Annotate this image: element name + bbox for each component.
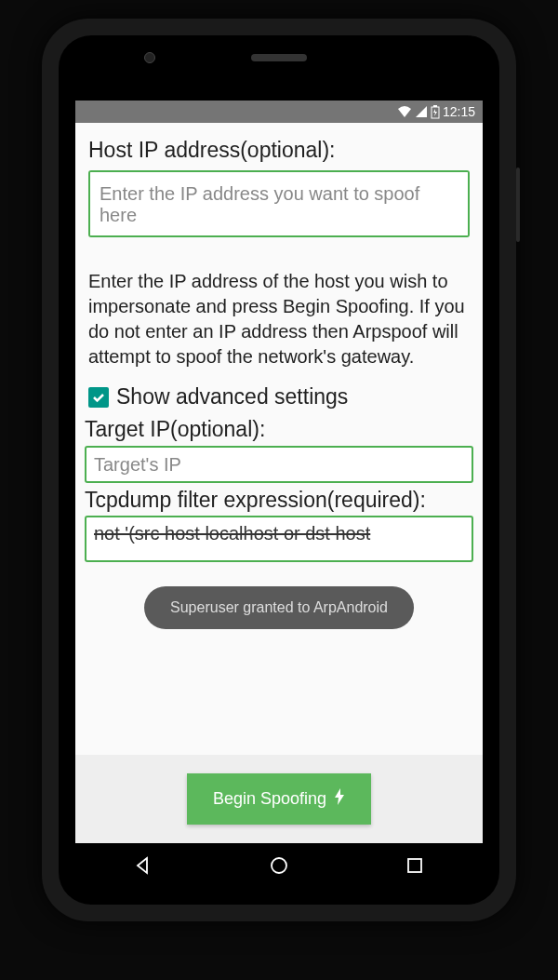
- svg-rect-3: [408, 859, 421, 872]
- host-ip-input[interactable]: [88, 170, 470, 237]
- status-bar: 12:15: [75, 101, 483, 123]
- battery-charging-icon: [431, 105, 440, 119]
- power-button: [516, 168, 520, 242]
- phone-speaker: [251, 54, 307, 61]
- phone-inner: 12:15 Host IP address(optional): Enter t…: [59, 35, 499, 905]
- bottom-action-area: Begin Spoofing: [75, 755, 483, 843]
- cellular-icon: [415, 105, 428, 118]
- bolt-icon: [334, 788, 345, 810]
- back-button[interactable]: [106, 847, 180, 884]
- host-ip-label: Host IP address(optional):: [88, 138, 470, 163]
- target-ip-input[interactable]: [85, 446, 473, 483]
- status-icons: 12:15: [397, 104, 475, 119]
- svg-point-2: [272, 858, 286, 873]
- app-content: Host IP address(optional): Enter the IP …: [75, 123, 483, 755]
- status-time: 12:15: [443, 104, 475, 119]
- helper-text: Enter the IP address of the host you wis…: [88, 269, 470, 369]
- advanced-settings-checkbox[interactable]: [88, 387, 109, 408]
- advanced-settings-checkbox-row[interactable]: Show advanced settings: [88, 384, 470, 409]
- svg-rect-1: [433, 105, 437, 107]
- target-ip-label: Target IP(optional):: [85, 417, 473, 442]
- tcpdump-label: Tcpdump filter expression(required):: [85, 489, 473, 512]
- phone-frame: 12:15 Host IP address(optional): Enter t…: [42, 19, 516, 921]
- target-section: Target IP(optional): Tcpdump filter expr…: [85, 417, 473, 562]
- begin-spoofing-button[interactable]: Begin Spoofing: [187, 773, 371, 825]
- advanced-settings-label: Show advanced settings: [116, 384, 348, 409]
- recent-apps-button[interactable]: [378, 847, 452, 884]
- begin-button-label: Begin Spoofing: [213, 789, 326, 809]
- toast-message: Superuser granted to ArpAndroid: [144, 586, 414, 629]
- home-button[interactable]: [242, 847, 316, 884]
- wifi-icon: [397, 105, 412, 118]
- navigation-bar: [75, 843, 483, 888]
- screen: 12:15 Host IP address(optional): Enter t…: [75, 101, 483, 888]
- tcpdump-input[interactable]: not '(src host localhost or dst host: [85, 516, 473, 562]
- front-camera: [144, 52, 155, 63]
